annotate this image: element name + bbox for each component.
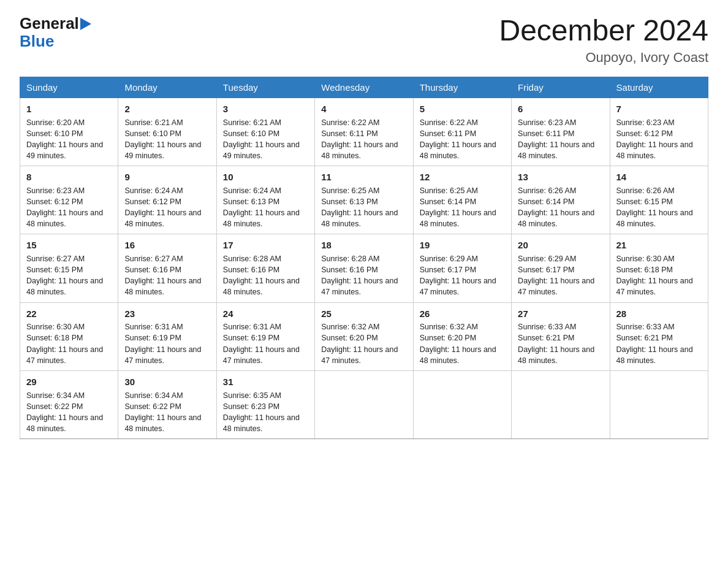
weekday-header-sunday: Sunday [20, 77, 118, 98]
logo: General Blue [20, 15, 91, 50]
day-number: 13 [518, 170, 603, 184]
location-subtitle: Oupoyo, Ivory Coast [499, 50, 708, 66]
day-number: 21 [616, 239, 702, 252]
calendar-cell: 27Sunrise: 6:33 AMSunset: 6:21 PMDayligh… [512, 302, 610, 370]
calendar-cell: 6Sunrise: 6:23 AMSunset: 6:11 PMDaylight… [512, 98, 610, 166]
calendar-cell [610, 370, 708, 439]
title-section: December 2024 Oupoyo, Ivory Coast [499, 15, 708, 66]
calendar-cell: 18Sunrise: 6:28 AMSunset: 6:16 PMDayligh… [315, 234, 413, 302]
calendar-week-row: 15Sunrise: 6:27 AMSunset: 6:15 PMDayligh… [20, 234, 708, 302]
day-number: 30 [124, 375, 210, 389]
day-number: 18 [321, 239, 406, 252]
day-number: 20 [518, 239, 603, 252]
day-number: 14 [616, 170, 702, 184]
day-number: 26 [420, 307, 505, 321]
day-number: 7 [616, 102, 702, 116]
calendar-cell: 10Sunrise: 6:24 AMSunset: 6:13 PMDayligh… [216, 166, 314, 234]
day-number: 9 [124, 170, 210, 184]
day-number: 12 [420, 170, 505, 184]
day-number: 15 [26, 239, 112, 252]
calendar-cell: 22Sunrise: 6:30 AMSunset: 6:18 PMDayligh… [20, 302, 118, 370]
calendar-cell: 16Sunrise: 6:27 AMSunset: 6:16 PMDayligh… [118, 234, 216, 302]
day-number: 23 [124, 307, 210, 321]
day-number: 22 [26, 307, 112, 321]
calendar-cell: 15Sunrise: 6:27 AMSunset: 6:15 PMDayligh… [20, 234, 118, 302]
calendar-cell: 28Sunrise: 6:33 AMSunset: 6:21 PMDayligh… [610, 302, 708, 370]
month-year-title: December 2024 [499, 15, 708, 47]
calendar-week-row: 8Sunrise: 6:23 AMSunset: 6:12 PMDaylight… [20, 166, 708, 234]
day-number: 19 [420, 239, 505, 252]
calendar-cell [315, 370, 413, 439]
day-number: 10 [223, 170, 308, 184]
day-number: 5 [420, 102, 505, 116]
calendar-cell: 14Sunrise: 6:26 AMSunset: 6:15 PMDayligh… [610, 166, 708, 234]
calendar-cell: 13Sunrise: 6:26 AMSunset: 6:14 PMDayligh… [512, 166, 610, 234]
day-number: 6 [518, 102, 603, 116]
calendar-cell [413, 370, 511, 439]
weekday-header-thursday: Thursday [413, 77, 511, 98]
weekday-header-row: SundayMondayTuesdayWednesdayThursdayFrid… [20, 77, 708, 98]
calendar-cell: 23Sunrise: 6:31 AMSunset: 6:19 PMDayligh… [118, 302, 216, 370]
calendar-cell: 26Sunrise: 6:32 AMSunset: 6:20 PMDayligh… [413, 302, 511, 370]
day-number: 3 [223, 102, 308, 116]
calendar-cell: 25Sunrise: 6:32 AMSunset: 6:20 PMDayligh… [315, 302, 413, 370]
weekday-header-tuesday: Tuesday [216, 77, 314, 98]
calendar-cell: 3Sunrise: 6:21 AMSunset: 6:10 PMDaylight… [216, 98, 314, 166]
page-header: General Blue December 2024 Oupoyo, Ivory… [20, 15, 708, 66]
calendar-cell: 7Sunrise: 6:23 AMSunset: 6:12 PMDaylight… [610, 98, 708, 166]
day-number: 27 [518, 307, 603, 321]
calendar-cell: 1Sunrise: 6:20 AMSunset: 6:10 PMDaylight… [20, 98, 118, 166]
day-number: 25 [321, 307, 406, 321]
day-number: 1 [26, 102, 112, 116]
calendar-cell: 12Sunrise: 6:25 AMSunset: 6:14 PMDayligh… [413, 166, 511, 234]
calendar-cell: 4Sunrise: 6:22 AMSunset: 6:11 PMDaylight… [315, 98, 413, 166]
calendar-week-row: 22Sunrise: 6:30 AMSunset: 6:18 PMDayligh… [20, 302, 708, 370]
day-number: 16 [124, 239, 210, 252]
calendar-cell: 17Sunrise: 6:28 AMSunset: 6:16 PMDayligh… [216, 234, 314, 302]
day-number: 8 [26, 170, 112, 184]
weekday-header-saturday: Saturday [610, 77, 708, 98]
calendar-cell: 5Sunrise: 6:22 AMSunset: 6:11 PMDaylight… [413, 98, 511, 166]
calendar-cell: 20Sunrise: 6:29 AMSunset: 6:17 PMDayligh… [512, 234, 610, 302]
calendar-cell: 19Sunrise: 6:29 AMSunset: 6:17 PMDayligh… [413, 234, 511, 302]
logo-arrow-icon [80, 18, 91, 30]
calendar-cell [512, 370, 610, 439]
calendar-table: SundayMondayTuesdayWednesdayThursdayFrid… [20, 77, 708, 439]
calendar-cell: 11Sunrise: 6:25 AMSunset: 6:13 PMDayligh… [315, 166, 413, 234]
calendar-cell: 30Sunrise: 6:34 AMSunset: 6:22 PMDayligh… [118, 370, 216, 439]
logo-general-text: General [20, 15, 79, 33]
day-number: 2 [124, 102, 210, 116]
calendar-cell: 2Sunrise: 6:21 AMSunset: 6:10 PMDaylight… [118, 98, 216, 166]
day-number: 28 [616, 307, 702, 321]
calendar-cell: 31Sunrise: 6:35 AMSunset: 6:23 PMDayligh… [216, 370, 314, 439]
calendar-cell: 29Sunrise: 6:34 AMSunset: 6:22 PMDayligh… [20, 370, 118, 439]
svg-marker-0 [80, 18, 91, 30]
day-number: 29 [26, 375, 112, 389]
day-number: 31 [223, 375, 308, 389]
calendar-week-row: 1Sunrise: 6:20 AMSunset: 6:10 PMDaylight… [20, 98, 708, 166]
calendar-cell: 9Sunrise: 6:24 AMSunset: 6:12 PMDaylight… [118, 166, 216, 234]
logo-blue-text: Blue [20, 33, 54, 50]
calendar-week-row: 29Sunrise: 6:34 AMSunset: 6:22 PMDayligh… [20, 370, 708, 439]
weekday-header-monday: Monday [118, 77, 216, 98]
calendar-cell: 24Sunrise: 6:31 AMSunset: 6:19 PMDayligh… [216, 302, 314, 370]
day-number: 11 [321, 170, 406, 184]
day-number: 24 [223, 307, 308, 321]
weekday-header-wednesday: Wednesday [315, 77, 413, 98]
calendar-cell: 8Sunrise: 6:23 AMSunset: 6:12 PMDaylight… [20, 166, 118, 234]
day-number: 4 [321, 102, 406, 116]
day-number: 17 [223, 239, 308, 252]
calendar-cell: 21Sunrise: 6:30 AMSunset: 6:18 PMDayligh… [610, 234, 708, 302]
weekday-header-friday: Friday [512, 77, 610, 98]
